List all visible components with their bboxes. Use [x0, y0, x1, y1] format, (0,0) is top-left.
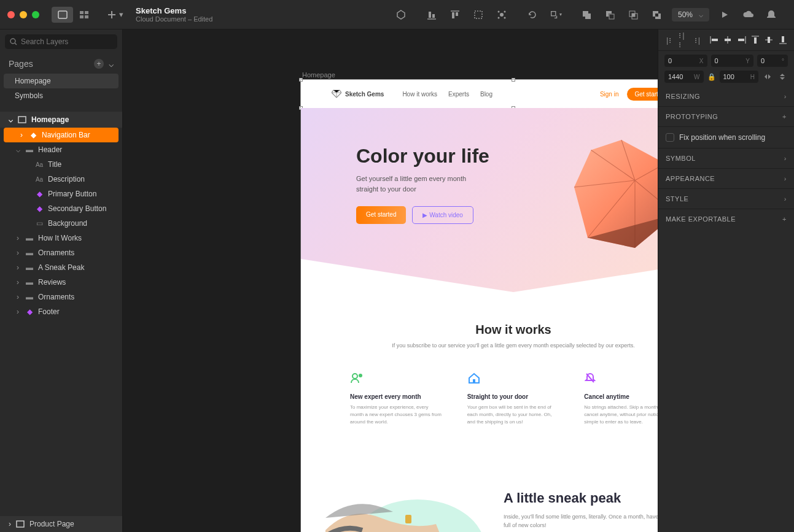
chevron-right-icon: › [784, 93, 787, 100]
pages-header: Pages + ⌵ [0, 54, 122, 74]
layer-title[interactable]: Aa Title [0, 157, 122, 172]
canvas-view-button[interactable] [52, 7, 73, 23]
canvas-area[interactable]: Homepage Sketch Gems How it works Expert… [123, 29, 658, 532]
align-v-bottom-icon[interactable] [778, 34, 788, 45]
folder-icon: ▬ [25, 249, 34, 257]
svg-rect-37 [725, 39, 731, 41]
add-icon[interactable]: + [782, 113, 787, 120]
rotation-input[interactable]: 0° [757, 55, 788, 67]
doc-status: Cloud Document – Edited [136, 15, 212, 23]
search-layers-input[interactable]: Search Layers [5, 34, 117, 49]
layer-footer[interactable]: › ◆ Footer [0, 304, 122, 319]
appearance-section[interactable]: APPEARANCE› [658, 169, 794, 189]
layers-panel: Search Layers Pages + ⌵ Homepage Symbols… [0, 29, 123, 532]
mock-signin: Sign in [600, 91, 619, 98]
bell-off-icon [584, 372, 658, 387]
resizing-section[interactable]: RESIZING› [658, 87, 794, 107]
layer-reviews[interactable]: › ▬ Reviews [0, 275, 122, 290]
align-center-icon[interactable]: ⫶|⫶ [678, 34, 688, 45]
chevron-right-icon: › [784, 155, 787, 162]
artboard-header[interactable]: ⌵ Homepage [0, 112, 122, 128]
components-view-button[interactable] [73, 7, 95, 23]
layer-navigation-bar[interactable]: › ◆ Navigation Bar [4, 128, 119, 142]
group-icon[interactable] [472, 9, 485, 21]
union-icon[interactable] [580, 9, 593, 21]
subtract-icon[interactable] [604, 9, 616, 21]
lock-aspect-icon[interactable]: 🔒 [707, 73, 716, 81]
layer-sneak-peak[interactable]: › ▬ A Sneak Peak [0, 260, 122, 275]
layer-primary-button[interactable]: ◆ Primary Button [0, 187, 122, 201]
svg-rect-0 [58, 11, 67, 18]
svg-rect-19 [585, 13, 591, 19]
align-v-middle-icon[interactable] [764, 34, 774, 45]
style-section[interactable]: STYLE› [658, 189, 794, 209]
folder-icon: ▬ [25, 234, 34, 242]
layer-ornaments-2[interactable]: › ▬ Ornaments [0, 290, 122, 304]
maximize-window[interactable] [32, 11, 39, 18]
svg-rect-43 [768, 37, 770, 43]
collapse-pages-icon[interactable]: ⌵ [109, 59, 114, 69]
add-page-icon[interactable]: + [94, 59, 104, 69]
align-h-right-icon[interactable] [737, 34, 747, 45]
cloud-icon[interactable] [742, 9, 754, 21]
align-bottom-icon[interactable] [426, 9, 438, 21]
layer-how-it-works[interactable]: › ▬ How It Works [0, 231, 122, 245]
page-symbols[interactable]: Symbols [0, 88, 122, 103]
zoom-selector[interactable]: 50% ⌵ [672, 8, 709, 21]
layer-description[interactable]: Aa Description [0, 172, 122, 187]
x-input[interactable]: 0X [664, 55, 707, 67]
preview-icon[interactable] [718, 9, 731, 21]
notifications-icon[interactable] [765, 9, 777, 21]
search-placeholder: Search Layers [21, 37, 68, 46]
svg-rect-26 [18, 117, 26, 123]
height-input[interactable]: 100H [720, 71, 759, 83]
symbol-section[interactable]: SYMBOL› [658, 148, 794, 169]
mock-hero: Color your life Get yourself a little ge… [301, 108, 658, 292]
align-right-icon[interactable]: ⫶| [692, 34, 702, 45]
rotate-icon[interactable] [526, 9, 539, 21]
symbol-icon: ◆ [34, 190, 44, 198]
mock-logo: Sketch Gems [332, 90, 384, 98]
align-top-icon[interactable] [449, 9, 461, 21]
exportable-section[interactable]: MAKE EXPORTABLE+ [658, 209, 794, 229]
page-homepage[interactable]: Homepage [4, 74, 119, 88]
svg-rect-35 [712, 39, 718, 41]
svg-rect-33 [405, 515, 411, 523]
difference-icon[interactable] [650, 9, 663, 21]
close-window[interactable] [7, 11, 15, 18]
svg-point-29 [359, 374, 362, 377]
intersect-icon[interactable] [627, 9, 639, 21]
layer-header[interactable]: ⌵ ▬ Header [0, 142, 122, 157]
add-icon[interactable]: + [782, 215, 787, 223]
fix-position-checkbox[interactable] [666, 133, 674, 142]
artboard-icon [16, 520, 25, 528]
prototyping-section[interactable]: PROTOTYPING+ [658, 107, 794, 127]
mock-primary-btn: Get started [356, 206, 406, 224]
align-left-icon[interactable]: |⫶ [664, 34, 674, 45]
artboard-name-label[interactable]: Homepage [302, 71, 335, 79]
insert-button[interactable]: ▾ [107, 10, 123, 20]
scale-icon[interactable]: ▾ [550, 9, 562, 21]
align-v-top-icon[interactable] [750, 34, 760, 45]
smart-layout-icon[interactable] [496, 9, 508, 21]
layer-background[interactable]: ▭ Background [0, 216, 122, 231]
chevron-down-icon: ⌵ [699, 10, 703, 19]
minimize-window[interactable] [20, 11, 27, 18]
layer-ornaments-1[interactable]: › ▬ Ornaments [0, 245, 122, 260]
svg-rect-11 [475, 11, 482, 18]
artboard-homepage[interactable]: Sketch Gems How it works Experts Blog Si… [301, 80, 658, 532]
align-h-left-icon[interactable] [709, 34, 719, 45]
inspector-panel: |⫶ ⫶|⫶ ⫶| 0X 0Y 0° 1440W 🔒 100H RESIZING… [658, 29, 794, 532]
flip-h-icon[interactable] [762, 71, 773, 82]
text-icon: Aa [34, 176, 44, 183]
flip-v-icon[interactable] [777, 71, 788, 82]
y-input[interactable]: 0Y [711, 55, 754, 67]
symbol-icon[interactable] [395, 9, 407, 21]
mock-feature-2: Straight to your door Your gem box will … [467, 372, 560, 426]
artboard-product-page[interactable]: › Product Page [0, 516, 123, 532]
svg-line-25 [15, 43, 17, 45]
align-h-center-icon[interactable] [723, 34, 733, 45]
fix-position-row[interactable]: Fix position when scrolling [658, 127, 794, 148]
width-input[interactable]: 1440W [664, 71, 704, 83]
layer-secondary-button[interactable]: ◆ Secondary Button [0, 201, 122, 216]
